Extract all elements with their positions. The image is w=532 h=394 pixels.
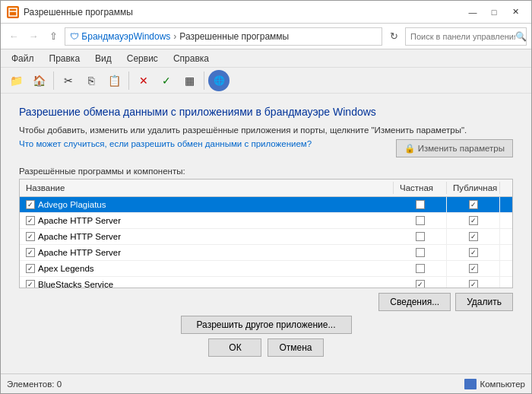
- change-params-button[interactable]: 🔒 Изменить параметры: [396, 139, 513, 157]
- col-private-header: Частная: [394, 182, 447, 194]
- computer-icon: [464, 379, 477, 389]
- list-item[interactable]: Apache HTTP Server: [20, 245, 512, 261]
- toolbar-copy-icon[interactable]: ⎘: [81, 70, 102, 91]
- row-name: Apache HTTP Server: [38, 248, 121, 257]
- menu-file[interactable]: Файл: [5, 52, 40, 65]
- breadcrumb-root[interactable]: 🛡 БрандмауэрWindows: [70, 31, 170, 42]
- maximize-button[interactable]: □: [484, 4, 504, 21]
- menu-view[interactable]: Вид: [89, 52, 118, 65]
- private-checkbox[interactable]: [416, 216, 425, 225]
- main-window: Разрешенные программы — □ ✕ ← → ⇧ 🛡 Бран…: [0, 0, 532, 394]
- programs-list-container: Название Частная Публичная Advego Plagia…: [19, 179, 513, 288]
- minimize-button[interactable]: —: [463, 4, 483, 21]
- col-name-header: Название: [20, 182, 394, 194]
- page-subtitle: Чтобы добавить, изменить или удалить раз…: [19, 124, 513, 136]
- ok-cancel-row: ОК Отмена: [19, 338, 513, 361]
- back-button[interactable]: ←: [5, 28, 22, 45]
- col-public-header: Публичная: [447, 182, 500, 194]
- info-link[interactable]: Что может случиться, если разрешить обме…: [19, 139, 312, 148]
- row-checkbox[interactable]: [26, 232, 35, 241]
- svg-rect-0: [9, 8, 17, 16]
- toolbar-paste-icon[interactable]: 📋: [103, 70, 125, 91]
- list-body: Advego PlagiatusApache HTTP ServerApache…: [20, 197, 512, 288]
- allow-other-row: Разрешить другое приложение...: [19, 316, 513, 334]
- row-checkbox[interactable]: [26, 200, 35, 209]
- row-name: BlueStacks Service: [38, 280, 113, 288]
- search-bar: 🔍: [405, 27, 527, 46]
- public-checkbox[interactable]: [469, 216, 478, 225]
- list-item[interactable]: Apache HTTP Server: [20, 213, 512, 229]
- up-button[interactable]: ⇧: [45, 28, 62, 45]
- private-checkbox[interactable]: [416, 248, 425, 257]
- change-params-row: Что может случиться, если разрешить обме…: [19, 139, 513, 157]
- forward-button[interactable]: →: [25, 28, 42, 45]
- toolbar-home-icon[interactable]: 🏠: [28, 70, 49, 91]
- toolbar-check-icon[interactable]: ✓: [156, 70, 177, 91]
- breadcrumb-current: Разрешенные программы: [179, 31, 289, 42]
- private-checkbox[interactable]: [416, 280, 425, 288]
- lock-icon: 🔒: [404, 143, 415, 154]
- search-input[interactable]: [410, 32, 515, 41]
- title-bar-controls: — □ ✕: [463, 4, 525, 21]
- status-elements: Элементов: 0: [7, 380, 62, 389]
- cancel-button[interactable]: Отмена: [268, 338, 323, 357]
- toolbar-misc-icon[interactable]: ▦: [179, 70, 200, 91]
- details-remove-row: Сведения... Удалить: [19, 293, 513, 311]
- row-checkbox[interactable]: [26, 264, 35, 273]
- menu-edit[interactable]: Правка: [43, 52, 87, 65]
- breadcrumb-separator: ›: [173, 31, 176, 42]
- row-name: Apex Legends: [38, 264, 94, 273]
- title-bar-left: Разрешенные программы: [7, 6, 133, 18]
- toolbar-cut-icon[interactable]: ✂: [58, 70, 79, 91]
- status-bar: Элементов: 0 Компьютер: [1, 373, 531, 393]
- remove-button[interactable]: Удалить: [455, 293, 513, 311]
- search-icon: 🔍: [515, 31, 527, 42]
- address-bar: ← → ⇧ 🛡 БрандмауэрWindows › Разрешенные …: [1, 24, 531, 49]
- title-bar: Разрешенные программы — □ ✕: [1, 1, 531, 24]
- row-checkbox[interactable]: [26, 248, 35, 257]
- row-name: Apache HTTP Server: [38, 216, 121, 225]
- toolbar-separator-3: [204, 71, 204, 90]
- col-scroll-header: [500, 182, 512, 194]
- list-item[interactable]: BlueStacks Service: [20, 277, 512, 288]
- list-header: Название Частная Публичная: [20, 180, 512, 197]
- toolbar-separator-2: [128, 71, 129, 90]
- list-item[interactable]: Apache HTTP Server: [20, 229, 512, 245]
- window-title: Разрешенные программы: [24, 7, 133, 17]
- main-content: Разрешение обмена данными с приложениями…: [1, 94, 531, 373]
- list-label: Разрешённые программы и компоненты:: [19, 167, 513, 176]
- public-checkbox[interactable]: [469, 264, 478, 273]
- row-name: Apache HTTP Server: [38, 232, 121, 241]
- public-checkbox[interactable]: [469, 280, 478, 288]
- details-button[interactable]: Сведения...: [378, 293, 451, 311]
- window-icon: [7, 6, 19, 18]
- menu-service[interactable]: Сервис: [121, 52, 164, 65]
- private-checkbox[interactable]: [416, 264, 425, 273]
- menu-help[interactable]: Справка: [167, 52, 215, 65]
- breadcrumb: 🛡 БрандмауэрWindows › Разрешенные програ…: [65, 27, 382, 46]
- toolbar-globe-icon[interactable]: 🌐: [208, 70, 230, 91]
- private-checkbox[interactable]: [416, 200, 425, 209]
- toolbar-folder-icon[interactable]: 📁: [5, 70, 27, 91]
- row-name: Advego Plagiatus: [38, 200, 106, 209]
- private-checkbox[interactable]: [416, 232, 425, 241]
- list-item[interactable]: Advego Plagiatus: [20, 197, 512, 213]
- row-checkbox[interactable]: [26, 280, 35, 288]
- row-checkbox[interactable]: [26, 216, 35, 225]
- public-checkbox[interactable]: [469, 200, 478, 209]
- public-checkbox[interactable]: [469, 248, 478, 257]
- public-checkbox[interactable]: [469, 232, 478, 241]
- status-computer: Компьютер: [480, 380, 525, 389]
- close-button[interactable]: ✕: [505, 4, 525, 21]
- refresh-button[interactable]: ↻: [385, 28, 402, 45]
- toolbar-delete-icon[interactable]: ✕: [133, 70, 154, 91]
- menu-bar: Файл Правка Вид Сервис Справка: [1, 49, 531, 68]
- page-title: Разрешение обмена данными с приложениями…: [19, 106, 513, 118]
- toolbar: 📁 🏠 ✂ ⎘ 📋 ✕ ✓ ▦ 🌐: [1, 68, 531, 94]
- list-item[interactable]: Apex Legends: [20, 261, 512, 277]
- ok-button[interactable]: ОК: [208, 338, 261, 357]
- toolbar-separator-1: [53, 71, 54, 90]
- status-right: Компьютер: [464, 379, 525, 389]
- allow-other-button[interactable]: Разрешить другое приложение...: [181, 316, 352, 334]
